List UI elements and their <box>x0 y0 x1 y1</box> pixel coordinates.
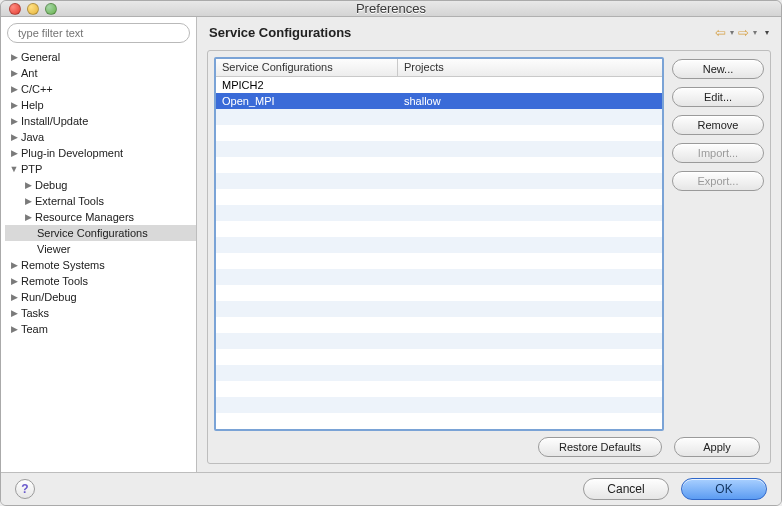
cell-projects: shallow <box>398 95 662 107</box>
table-row-empty <box>216 413 662 429</box>
tree-label: Install/Update <box>21 115 88 127</box>
tree-item-java[interactable]: ▶Java <box>5 129 196 145</box>
tree-item-resource-managers[interactable]: ▶Resource Managers <box>5 209 196 225</box>
table-row-empty <box>216 333 662 349</box>
tree-label: PTP <box>21 163 42 175</box>
export-button[interactable]: Export... <box>672 171 764 191</box>
import-button[interactable]: Import... <box>672 143 764 163</box>
window-title: Preferences <box>1 1 781 16</box>
cancel-button[interactable]: Cancel <box>583 478 669 500</box>
filter-container <box>7 23 190 43</box>
chevron-right-icon: ▶ <box>9 292 19 302</box>
tree-item-help[interactable]: ▶Help <box>5 97 196 113</box>
table-row-empty <box>216 397 662 413</box>
back-menu-icon[interactable]: ▾ <box>730 28 734 37</box>
tree-label: Team <box>21 323 48 335</box>
panel: Service Configurations Projects MPICH2Op… <box>207 50 771 464</box>
cell-name: MPICH2 <box>216 79 398 91</box>
tree-item-viewer[interactable]: Viewer <box>5 241 196 257</box>
tree-label: Remote Tools <box>21 275 88 287</box>
chevron-right-icon: ▶ <box>9 68 19 78</box>
back-icon[interactable]: ⇦ <box>715 25 726 40</box>
new-button[interactable]: New... <box>672 59 764 79</box>
tree-label: General <box>21 51 60 63</box>
chevron-right-icon: ▶ <box>9 324 19 334</box>
tree-item-general[interactable]: ▶General <box>5 49 196 65</box>
chevron-right-icon: ▶ <box>9 276 19 286</box>
ok-button[interactable]: OK <box>681 478 767 500</box>
tree-item-remote-systems[interactable]: ▶Remote Systems <box>5 257 196 273</box>
tree-item-ant[interactable]: ▶Ant <box>5 65 196 81</box>
tree-item-external-tools[interactable]: ▶External Tools <box>5 193 196 209</box>
table-row-empty <box>216 205 662 221</box>
help-icon[interactable]: ? <box>15 479 35 499</box>
table-row-empty <box>216 317 662 333</box>
table-row-empty <box>216 285 662 301</box>
table-row-empty <box>216 141 662 157</box>
remove-button[interactable]: Remove <box>672 115 764 135</box>
tree-item-ptp[interactable]: ▼PTP <box>5 161 196 177</box>
table-row-empty <box>216 109 662 125</box>
tree-item-plugin[interactable]: ▶Plug-in Development <box>5 145 196 161</box>
tree-item-install[interactable]: ▶Install/Update <box>5 113 196 129</box>
edit-button[interactable]: Edit... <box>672 87 764 107</box>
panel-lower-buttons: Restore Defaults Apply <box>214 431 764 457</box>
table-row-empty <box>216 365 662 381</box>
table-row-empty <box>216 237 662 253</box>
table-row[interactable]: MPICH2 <box>216 77 662 93</box>
tree-label: Ant <box>21 67 38 79</box>
chevron-right-icon: ▶ <box>9 308 19 318</box>
tree-item-service-configurations[interactable]: Service Configurations <box>5 225 196 241</box>
nav-arrows: ⇦▾ ⇨▾ ▾ <box>715 25 769 40</box>
tree-label: Remote Systems <box>21 259 105 271</box>
category-tree[interactable]: ▶General ▶Ant ▶C/C++ ▶Help ▶Install/Upda… <box>1 47 196 472</box>
tree-label: Plug-in Development <box>21 147 123 159</box>
column-header-name[interactable]: Service Configurations <box>216 59 398 76</box>
forward-menu-icon[interactable]: ▾ <box>753 28 757 37</box>
tree-label: Help <box>21 99 44 111</box>
table-header: Service Configurations Projects <box>216 59 662 77</box>
filter-input[interactable] <box>7 23 190 43</box>
column-header-projects[interactable]: Projects <box>398 59 662 76</box>
forward-icon[interactable]: ⇨ <box>738 25 749 40</box>
table-row-empty <box>216 221 662 237</box>
tree-label: Service Configurations <box>37 227 148 239</box>
page-title: Service Configurations <box>209 25 715 40</box>
tree-label: C/C++ <box>21 83 53 95</box>
table-row-empty <box>216 269 662 285</box>
table-row[interactable]: Open_MPIshallow <box>216 93 662 109</box>
chevron-right-icon: ▶ <box>9 260 19 270</box>
page-header: Service Configurations ⇦▾ ⇨▾ ▾ <box>197 17 781 46</box>
panel-inner: Service Configurations Projects MPICH2Op… <box>214 57 764 431</box>
tree-item-remote-tools[interactable]: ▶Remote Tools <box>5 273 196 289</box>
chevron-right-icon: ▶ <box>9 148 19 158</box>
tree-label: Java <box>21 131 44 143</box>
configurations-table[interactable]: Service Configurations Projects MPICH2Op… <box>214 57 664 431</box>
tree-item-cpp[interactable]: ▶C/C++ <box>5 81 196 97</box>
restore-defaults-button[interactable]: Restore Defaults <box>538 437 662 457</box>
tree-label: Viewer <box>37 243 70 255</box>
chevron-right-icon: ▶ <box>23 212 33 222</box>
tree-item-tasks[interactable]: ▶Tasks <box>5 305 196 321</box>
table-row-empty <box>216 253 662 269</box>
chevron-right-icon: ▶ <box>9 84 19 94</box>
content: ▶General ▶Ant ▶C/C++ ▶Help ▶Install/Upda… <box>1 17 781 472</box>
apply-button[interactable]: Apply <box>674 437 760 457</box>
view-menu-icon[interactable]: ▾ <box>765 28 769 37</box>
cell-name: Open_MPI <box>216 95 398 107</box>
chevron-right-icon: ▶ <box>23 196 33 206</box>
dialog-footer: ? Cancel OK <box>1 472 781 505</box>
table-row-empty <box>216 189 662 205</box>
titlebar: Preferences <box>1 1 781 17</box>
chevron-right-icon: ▶ <box>9 116 19 126</box>
tree-label: Debug <box>35 179 67 191</box>
tree-item-team[interactable]: ▶Team <box>5 321 196 337</box>
chevron-down-icon: ▼ <box>9 164 19 174</box>
chevron-right-icon: ▶ <box>9 100 19 110</box>
tree-item-debug[interactable]: ▶Debug <box>5 177 196 193</box>
table-body: MPICH2Open_MPIshallow <box>216 77 662 429</box>
table-row-empty <box>216 301 662 317</box>
chevron-right-icon: ▶ <box>9 132 19 142</box>
tree-label: Resource Managers <box>35 211 134 223</box>
tree-item-run-debug[interactable]: ▶Run/Debug <box>5 289 196 305</box>
